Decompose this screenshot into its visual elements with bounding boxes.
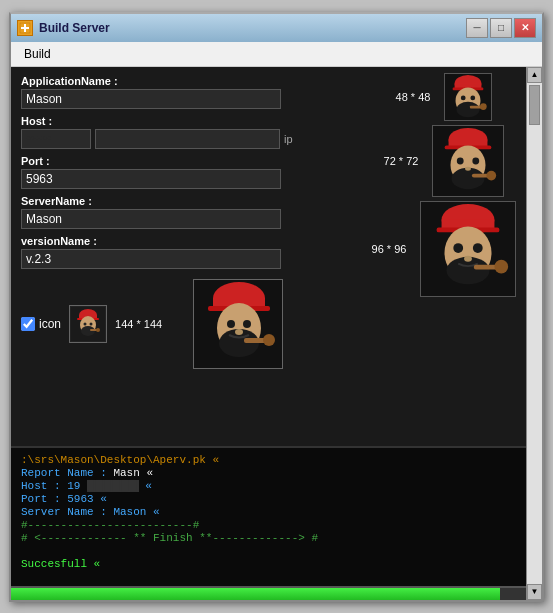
server-name-input[interactable]: [21, 209, 281, 229]
log-line-4: Server Name : Mason «: [21, 506, 516, 518]
svg-point-39: [451, 167, 484, 188]
main-window: Build Server ─ □ ✕ Build ApplicationName…: [9, 12, 544, 602]
scroll-track[interactable]: [527, 83, 542, 584]
portrait-96: [420, 201, 516, 297]
form-area: ApplicationName : Host : ip Port : Serve…: [11, 67, 360, 446]
title-buttons: ─ □ ✕: [466, 18, 536, 38]
svg-point-20: [243, 320, 251, 328]
large-icon-size-label: 144 * 144: [115, 318, 185, 330]
svg-point-42: [465, 166, 471, 170]
menu-build[interactable]: Build: [15, 44, 60, 64]
log-host-end: «: [145, 480, 152, 492]
svg-point-31: [470, 95, 475, 100]
size-label-72: 72 * 72: [376, 155, 426, 167]
log-sep1: #-------------------------#: [21, 519, 199, 531]
log-line-8: Succesfull «: [21, 558, 516, 570]
log-line-1: Report Name : Masn «: [21, 467, 516, 479]
svg-point-44: [486, 170, 496, 180]
img-row-48: 48 * 48: [388, 73, 492, 121]
scroll-thumb[interactable]: [529, 85, 540, 125]
svg-point-23: [263, 334, 275, 346]
svg-point-9: [84, 322, 87, 325]
icon-checkbox[interactable]: [21, 317, 35, 331]
small-icon-preview: [69, 305, 107, 343]
log-sep2: # <------------- ** Finish **-----------…: [21, 532, 318, 544]
scrollbar[interactable]: ▲ ▼: [526, 67, 542, 600]
large-icon-preview: [193, 279, 283, 369]
host-label: Host :: [21, 115, 350, 127]
svg-point-33: [480, 103, 487, 110]
svg-point-51: [453, 243, 463, 253]
port-input[interactable]: [21, 169, 281, 189]
portrait-72: [432, 125, 504, 197]
svg-point-53: [464, 255, 472, 261]
images-column: 48 * 48: [360, 67, 526, 446]
svg-rect-2: [24, 24, 26, 32]
title-bar: Build Server ─ □ ✕: [11, 14, 542, 42]
close-button[interactable]: ✕: [514, 18, 536, 38]
img-row-96: 96 * 96: [364, 201, 516, 297]
svg-point-55: [494, 259, 508, 273]
scroll-up-button[interactable]: ▲: [527, 67, 542, 83]
log-servername: Server Name : Mason «: [21, 506, 160, 518]
svg-point-12: [96, 328, 100, 332]
svg-point-19: [227, 320, 235, 328]
size-label-96: 96 * 96: [364, 243, 414, 255]
ip-label: ip: [284, 133, 293, 145]
log-line-3: Port : 5963 «: [21, 493, 516, 505]
svg-point-10: [90, 322, 93, 325]
log-line-5: #-------------------------#: [21, 519, 516, 531]
svg-point-29: [457, 101, 480, 116]
log-area: :\srs\Mason\Desktop\Aperv.pk « Report Na…: [11, 446, 526, 586]
host-row: ip: [21, 129, 350, 149]
port-label: Port :: [21, 155, 350, 167]
svg-point-40: [457, 157, 464, 164]
content-area: ApplicationName : Host : ip Port : Serve…: [11, 67, 542, 600]
log-report-label: Report Name :: [21, 467, 113, 479]
svg-point-30: [461, 95, 466, 100]
log-report-value: Masn «: [113, 467, 153, 479]
size-label-48: 48 * 48: [388, 91, 438, 103]
log-success: Succesfull «: [21, 558, 100, 570]
server-name-label: ServerName :: [21, 195, 350, 207]
menu-bar: Build: [11, 42, 542, 67]
log-host-label: Host : 19: [21, 480, 80, 492]
host-masked-input[interactable]: [21, 129, 91, 149]
log-host-masked: ██████: [87, 480, 139, 492]
img-row-72: 72 * 72: [376, 125, 504, 197]
log-line-2: Host : 19 ██████ «: [21, 480, 516, 492]
version-name-input[interactable]: [21, 249, 281, 269]
log-path: :\srs\Mason\Desktop\Aperv.pk «: [21, 454, 219, 466]
icon-checkbox-label[interactable]: icon: [21, 317, 61, 331]
minimize-button[interactable]: ─: [466, 18, 488, 38]
icon-row: icon: [21, 279, 350, 369]
scroll-down-button[interactable]: ▼: [527, 584, 542, 600]
portrait-48: [444, 73, 492, 121]
version-name-label: versionName :: [21, 235, 350, 247]
log-line-6: # <------------- ** Finish **-----------…: [21, 532, 516, 544]
svg-point-52: [473, 243, 483, 253]
log-port: Port : 5963 «: [21, 493, 107, 505]
host-main-input[interactable]: [95, 129, 280, 149]
application-name-input[interactable]: [21, 89, 281, 109]
application-name-label: ApplicationName :: [21, 75, 350, 87]
progress-bar-container: [11, 586, 526, 600]
svg-point-41: [472, 157, 479, 164]
window-title: Build Server: [39, 21, 460, 35]
svg-point-21: [235, 329, 243, 335]
window-icon: [17, 20, 33, 36]
progress-bar-fill: [11, 588, 500, 600]
maximize-button[interactable]: □: [490, 18, 512, 38]
log-line-0: :\srs\Mason\Desktop\Aperv.pk «: [21, 454, 516, 466]
log-line-7: [21, 545, 516, 557]
